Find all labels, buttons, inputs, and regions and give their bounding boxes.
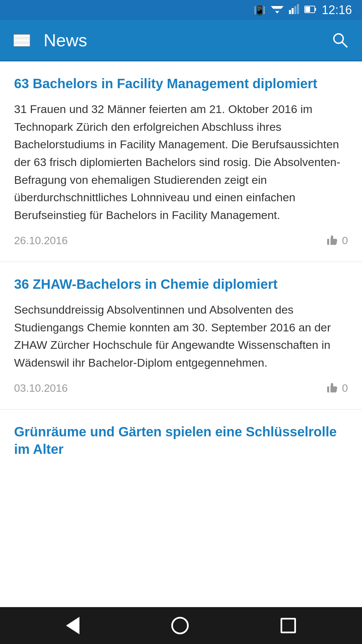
news-item-title[interactable]: Grünräume und Gärten spielen eine Schlüs… xyxy=(14,423,348,458)
status-bar: 📳 12:16 xyxy=(0,0,362,20)
likes-count: 0 xyxy=(342,234,348,247)
app-title: News xyxy=(44,30,87,50)
news-item-likes[interactable]: 0 xyxy=(326,381,348,396)
svg-point-10 xyxy=(334,34,343,43)
nav-recents-button[interactable] xyxy=(270,614,306,637)
svg-rect-4 xyxy=(292,8,294,14)
thumbs-up-icon xyxy=(326,233,338,248)
svg-rect-3 xyxy=(289,10,291,14)
recents-icon xyxy=(281,618,296,633)
news-item-title[interactable]: 63 Bachelors in Facility Management dipl… xyxy=(14,75,348,92)
news-item[interactable]: Grünräume und Gärten spielen eine Schlüs… xyxy=(0,410,362,479)
app-bar: News xyxy=(0,20,362,60)
home-icon xyxy=(171,617,189,634)
news-item-body: 31 Frauen und 32 Männer feierten am 21. … xyxy=(14,100,348,224)
svg-rect-8 xyxy=(315,8,316,11)
news-item-footer: 03.10.2016 0 xyxy=(14,381,348,396)
news-item-likes[interactable]: 0 xyxy=(326,233,348,248)
menu-button[interactable] xyxy=(13,34,30,47)
battery-icon xyxy=(304,5,316,15)
signal-icon xyxy=(289,4,299,16)
wifi-icon xyxy=(271,4,284,16)
svg-rect-5 xyxy=(294,6,296,14)
search-button[interactable] xyxy=(332,32,349,49)
nav-home-button[interactable] xyxy=(161,613,199,638)
back-icon xyxy=(66,617,79,634)
news-item[interactable]: 63 Bachelors in Facility Management dipl… xyxy=(0,61,362,262)
news-item-date: 26.10.2016 xyxy=(14,234,68,247)
news-item-body: Sechsunddreissig Absolventinnen und Abso… xyxy=(14,301,348,372)
status-time: 12:16 xyxy=(322,3,352,17)
likes-count: 0 xyxy=(342,382,348,394)
app-bar-left: News xyxy=(13,30,87,50)
svg-rect-6 xyxy=(297,4,299,14)
news-item-title[interactable]: 36 ZHAW-Bachelors in Chemie diplomiert xyxy=(14,275,348,293)
news-item-footer: 26.10.2016 0 xyxy=(14,233,348,248)
bottom-nav xyxy=(0,607,362,644)
svg-line-11 xyxy=(342,42,347,47)
news-item[interactable]: 36 ZHAW-Bachelors in Chemie diplomiert S… xyxy=(0,262,362,410)
svg-marker-2 xyxy=(275,11,279,13)
vibrate-icon: 📳 xyxy=(254,5,265,16)
status-icons: 📳 12:16 xyxy=(254,3,352,17)
svg-rect-9 xyxy=(305,7,310,12)
news-item-date: 03.10.2016 xyxy=(14,382,68,394)
news-list: 63 Bachelors in Facility Management dipl… xyxy=(0,61,362,607)
nav-back-button[interactable] xyxy=(56,613,89,638)
thumbs-up-icon xyxy=(326,381,338,396)
